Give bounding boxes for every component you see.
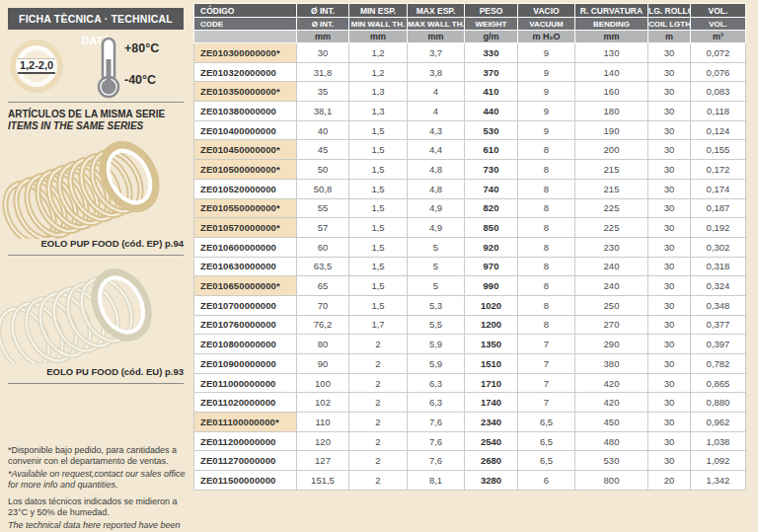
table-row: ZE01127000000012727,626806,5530301,092 — [194, 451, 746, 471]
table-cell: 4,8 — [408, 179, 465, 198]
table-cell: 8 — [518, 237, 575, 257]
table-cell: 30 — [648, 451, 691, 471]
column-header-en: MAX WALL TH. — [408, 18, 465, 31]
sidebar: FICHA TÈCNICA · TECHNICAL DATA 1,2-2,0 +… — [0, 0, 193, 532]
table-cell: 380 — [575, 354, 648, 374]
table-cell: 8 — [518, 140, 575, 160]
table-cell: 800 — [575, 471, 648, 491]
product-code-cell: ZE010800000000 — [194, 335, 297, 354]
product-code-cell: ZE010520000000 — [194, 179, 297, 198]
table-row: ZE01032000000031,81,23,83709140300,076 — [194, 62, 746, 82]
table-cell: 3,7 — [408, 43, 465, 63]
table-cell: 2 — [349, 413, 408, 432]
table-row: ZE010600000000601,559208230300,302 — [194, 237, 746, 257]
table-cell: 160 — [575, 82, 648, 102]
table-cell: 7 — [518, 373, 575, 393]
table-cell: 0,192 — [691, 218, 746, 238]
table-cell: 30 — [648, 393, 691, 413]
table-cell: 63,5 — [297, 257, 349, 276]
table-cell: 130 — [575, 43, 648, 63]
table-cell: 120 — [297, 431, 349, 451]
table-cell: 2 — [349, 431, 408, 451]
table-cell: 5,9 — [408, 335, 465, 354]
footnote-available-es: *Disponible bajo pedido, para cantidades… — [8, 445, 190, 466]
table-cell: 45 — [297, 140, 349, 160]
table-cell: 1,3 — [349, 82, 408, 102]
table-cell: 1,092 — [691, 451, 746, 471]
table-cell: 0,318 — [691, 257, 746, 276]
table-cell: 420 — [575, 373, 648, 393]
table-cell: 8 — [518, 315, 575, 335]
table-cell: 180 — [575, 102, 648, 121]
table-cell: 57 — [297, 218, 349, 238]
table-cell: 8 — [518, 218, 575, 238]
table-cell: 7,6 — [408, 413, 465, 432]
header-row-en: CODEØ INT.MIN WALL TH.MAX WALL TH.WEIGHT… — [194, 18, 746, 31]
table-cell: 215 — [575, 160, 648, 180]
column-header-unit: mm — [297, 31, 349, 43]
table-row: ZE010350000000*351,344109160300,083 — [194, 82, 746, 102]
table-cell: 450 — [575, 413, 648, 432]
table-cell: 1,2 — [349, 43, 408, 63]
column-header-en: VOL. — [691, 18, 746, 31]
table-cell: 5,9 — [408, 354, 465, 374]
table-cell: 0,865 — [691, 373, 746, 393]
table-cell: 2 — [349, 471, 408, 491]
table-cell: 7 — [518, 335, 575, 354]
table-cell: 30 — [648, 160, 691, 180]
table-cell: 4 — [408, 82, 465, 102]
product-code-cell: ZE010760000000 — [194, 315, 297, 335]
table-cell: 6 — [518, 471, 575, 491]
table-row: ZE010300000000*301,23,73309130300,072 — [194, 43, 746, 63]
table-cell: 730 — [465, 160, 518, 180]
product-image-eolo-pup-food — [0, 134, 184, 239]
table-cell: 1,5 — [349, 140, 408, 160]
table-cell: 1,2 — [349, 62, 408, 82]
data-table: CÓDIGOØ INT.MIN ESP.MAX ESP.PESOVACIOR. … — [193, 3, 746, 491]
product-code-cell: ZE011020000000 — [194, 393, 297, 413]
product-code-cell: ZE011200000000 — [194, 431, 297, 451]
table-cell: 0,187 — [691, 198, 746, 218]
table-cell: 60 — [297, 237, 349, 257]
product-code-cell: ZE010380000000 — [194, 102, 297, 121]
product-code-cell: ZE010600000000 — [194, 237, 297, 257]
table-row: ZE01100000000010026,317107420300,865 — [194, 373, 746, 393]
table-cell: 9 — [518, 82, 575, 102]
table-cell: 8 — [518, 276, 575, 296]
table-cell: 2 — [349, 373, 408, 393]
header-row-es: CÓDIGOØ INT.MIN ESP.MAX ESP.PESOVACIOR. … — [194, 4, 746, 18]
product-code-cell: ZE010300000000* — [194, 43, 297, 63]
column-header-es: LG. ROLLO — [648, 4, 691, 18]
table-cell: 230 — [575, 237, 648, 257]
column-header-unit: m H₂O — [518, 31, 575, 43]
table-cell: 0,124 — [691, 120, 746, 140]
table-cell: 1,342 — [691, 471, 746, 491]
column-header-unit: m³ — [691, 31, 746, 43]
table-cell: 1200 — [465, 315, 518, 335]
table-cell: 2 — [349, 335, 408, 354]
table-cell: 55 — [297, 198, 349, 218]
column-header-es: R. CURVATURA — [575, 4, 648, 18]
table-row: ZE010450000000*451,54,46108200300,155 — [194, 140, 746, 160]
product-code-cell: ZE010630000000 — [194, 257, 297, 276]
table-cell: 8 — [518, 160, 575, 180]
footnotes: *Disponible bajo pedido, para cantidades… — [8, 445, 190, 532]
column-header-en: WEIGHT — [465, 18, 518, 31]
table-cell: 50 — [297, 160, 349, 180]
table-cell: 215 — [575, 179, 648, 198]
table-cell: 2 — [349, 451, 408, 471]
product-code-cell: ZE010320000000 — [194, 62, 297, 82]
table-row: ZE011500000000151,528,132806800201,342 — [194, 471, 746, 491]
product-code-cell: ZE011000000000 — [194, 373, 297, 393]
product-image-eolo-pu-food — [0, 259, 184, 363]
table-cell: 0,397 — [691, 335, 746, 354]
table-cell: 30 — [648, 43, 691, 63]
table-cell: 530 — [575, 451, 648, 471]
page-title: FICHA TÈCNICA · TECHNICAL DATA — [8, 8, 184, 30]
same-series-heading-en: ITEMS IN THE SAME SERIES — [8, 120, 165, 132]
table-cell: 610 — [465, 140, 518, 160]
table-cell: 970 — [465, 257, 518, 276]
table-cell: 1,038 — [691, 431, 746, 451]
table-cell: 3280 — [465, 471, 518, 491]
table-cell: 1740 — [465, 393, 518, 413]
